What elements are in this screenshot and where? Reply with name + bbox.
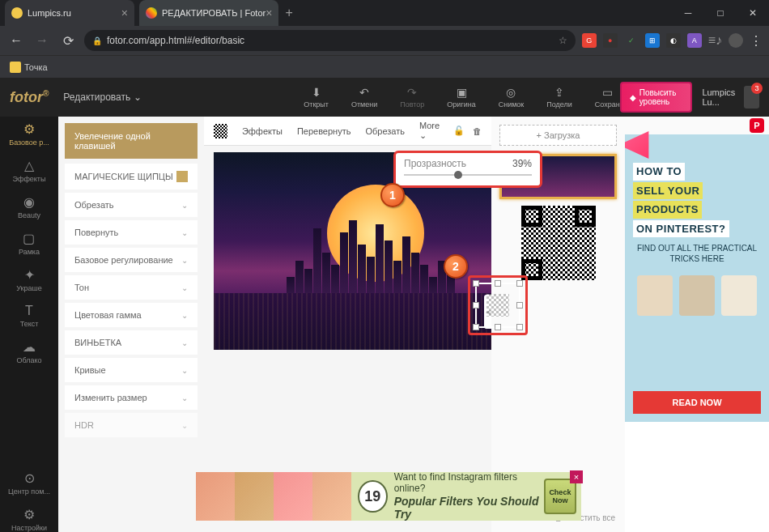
tab-title: РЕДАКТИРОВАТЬ | Fotor xyxy=(162,8,266,18)
tab-title: Lumpics.ru xyxy=(28,8,71,18)
notification-badge: 3 xyxy=(751,83,763,94)
nav-forward[interactable]: → xyxy=(32,33,52,48)
rail-effects[interactable]: △Эффекты xyxy=(13,158,46,183)
panel-item-tone[interactable]: Тон⌄ xyxy=(65,275,198,300)
banner-close-button[interactable]: × xyxy=(570,470,583,483)
ext-icon-6[interactable]: A xyxy=(687,33,702,48)
rail-help[interactable]: ⊙Центр пом... xyxy=(8,470,50,496)
user-label[interactable]: Lumpics Lu... xyxy=(702,87,737,107)
nav-reload[interactable]: ⟳ xyxy=(58,33,78,49)
bookmark-item[interactable]: Точка xyxy=(10,62,48,73)
panel-item-hdr[interactable]: HDR⌄ xyxy=(65,413,198,437)
settings-icon: ⚙ xyxy=(23,507,35,522)
panel-item-rotate[interactable]: Повернуть⌄ xyxy=(65,220,198,245)
help-icon: ⊙ xyxy=(24,470,35,486)
star-icon[interactable]: ☆ xyxy=(559,35,567,46)
pinterest-icon[interactable]: P xyxy=(750,118,764,133)
resize-handle[interactable] xyxy=(495,324,501,330)
user-avatar[interactable]: 3 xyxy=(744,86,759,109)
ad-panel: P HOW TO SELL YOUR PRODUCTS ON PINTEREST… xyxy=(625,117,769,532)
rail-sticker[interactable]: ✦Украше xyxy=(16,267,42,292)
nav-back[interactable]: ← xyxy=(6,33,26,48)
banner-number: 19 xyxy=(358,480,388,513)
qr-thumbnail-icon[interactable] xyxy=(214,124,227,138)
tb-more[interactable]: More ⌄ xyxy=(419,121,445,141)
profile-avatar[interactable] xyxy=(729,33,743,48)
tab-favicon xyxy=(146,7,157,19)
resize-handle[interactable] xyxy=(495,280,501,287)
window-close[interactable]: ✕ xyxy=(737,0,769,26)
ext-icon-3[interactable]: ✓ xyxy=(624,33,639,48)
snapshot-icon: ◎ xyxy=(506,86,516,99)
window-maximize[interactable]: □ xyxy=(704,0,737,26)
resize-handle[interactable] xyxy=(473,280,479,287)
panel-item-resize[interactable]: Изменить размер⌄ xyxy=(65,385,198,410)
opacity-value: 39% xyxy=(512,158,532,169)
ext-icon-2[interactable]: ● xyxy=(603,33,618,48)
resize-handle[interactable] xyxy=(516,324,523,330)
megaphone-icon xyxy=(625,131,659,159)
tb-crop[interactable]: Обрезать xyxy=(365,126,405,136)
beauty-icon: ◉ xyxy=(23,194,35,210)
menu-icon[interactable]: ⋮ xyxy=(750,33,763,49)
ext-icon-4[interactable]: ⊞ xyxy=(645,33,660,48)
ad-cta-button[interactable]: READ NOW xyxy=(633,391,761,414)
playlist-icon[interactable]: ≡♪ xyxy=(708,33,722,48)
tool-original[interactable]: ▣Оригина xyxy=(447,86,475,109)
tb-effects[interactable]: Эффекты xyxy=(242,126,283,136)
opacity-slider[interactable] xyxy=(404,169,532,181)
preview-thumb-qr[interactable] xyxy=(521,206,596,280)
browser-tab-1[interactable]: РЕДАКТИРОВАТЬ | Fotor × xyxy=(139,0,278,26)
mode-dropdown[interactable]: Редактировать⌄ xyxy=(63,92,142,103)
browser-tab-0[interactable]: Lumpics.ru × xyxy=(5,0,134,26)
rail-beauty[interactable]: ◉Beauty xyxy=(18,194,40,219)
open-icon: ⬇ xyxy=(312,86,321,99)
tab-close-icon[interactable]: × xyxy=(121,6,128,19)
original-icon: ▣ xyxy=(457,86,467,99)
resize-handle[interactable] xyxy=(473,302,479,309)
tool-redo[interactable]: ↷Повтор xyxy=(400,86,424,109)
rail-cloud[interactable]: ☁Облако xyxy=(16,339,41,364)
panel-item-color[interactable]: Цветовая гамма⌄ xyxy=(65,303,198,327)
panel-item-vignette[interactable]: ВИНЬЕТКА⌄ xyxy=(65,330,198,355)
rail-frame[interactable]: ▢Рамка xyxy=(19,231,40,256)
opacity-popover: Прозразность 39% xyxy=(393,151,542,188)
rail-settings[interactable]: ⚙Настройки xyxy=(11,507,47,532)
tool-undo[interactable]: ↶Отмени xyxy=(351,86,377,109)
upgrade-button[interactable]: ◆Повысить уровень xyxy=(620,82,693,113)
resize-handle[interactable] xyxy=(516,280,523,287)
tool-open[interactable]: ⬇Открыт xyxy=(304,86,329,109)
tool-snapshot[interactable]: ◎Снимок xyxy=(499,86,525,109)
panel-item-magic[interactable]: МАГИЧЕСКИЕ ЩИПЦЫ xyxy=(65,164,198,189)
chevron-down-icon: ⌄ xyxy=(181,228,188,237)
banner-cta-button[interactable]: Check Now xyxy=(544,479,576,514)
side-panel: Увелечение одной клавишей МАГИЧЕСКИЕ ЩИП… xyxy=(58,117,204,532)
browser-titlebar: Lumpics.ru × РЕДАКТИРОВАТЬ | Fotor × + ─… xyxy=(0,0,769,26)
tool-share[interactable]: ⇪Подели xyxy=(546,86,572,109)
chevron-down-icon: ⌄ xyxy=(181,394,188,402)
tool-save[interactable]: ▭Сохран xyxy=(595,86,620,109)
slider-thumb[interactable] xyxy=(454,171,462,179)
rail-text[interactable]: TТекст xyxy=(20,304,39,328)
delete-icon[interactable]: 🗑 xyxy=(473,126,482,136)
address-bar[interactable]: 🔒 fotor.com/app.html#/editor/basic ☆ xyxy=(84,30,576,51)
resize-handle[interactable] xyxy=(473,324,479,330)
resize-handle[interactable] xyxy=(516,302,523,309)
fotor-logo[interactable]: fotor® xyxy=(10,89,49,106)
tb-flip[interactable]: Перевернуть xyxy=(297,126,351,136)
rail-basic[interactable]: ⚙Базовое р... xyxy=(9,121,49,147)
canvas-toolbar: Эффекты Перевернуть Обрезать More ⌄ 🔓 🗑 xyxy=(204,117,491,146)
tab-close-icon[interactable]: × xyxy=(266,6,272,19)
ext-icon-1[interactable]: G xyxy=(582,33,597,48)
panel-item-crop[interactable]: Обрезать⌄ xyxy=(65,193,198,217)
upload-button[interactable]: + Загрузка xyxy=(499,125,617,146)
qr-overlay-selection[interactable] xyxy=(468,275,528,335)
window-minimize[interactable]: ─ xyxy=(672,0,704,26)
panel-item-basic-adjust[interactable]: Базовое регулирование⌄ xyxy=(65,248,198,272)
panel-header[interactable]: Увелечение одной клавишей xyxy=(65,123,198,159)
panel-item-curves[interactable]: Кривые⌄ xyxy=(65,358,198,382)
save-icon: ▭ xyxy=(602,86,613,99)
new-tab-button[interactable]: + xyxy=(285,6,292,20)
ext-icon-5[interactable]: ◐ xyxy=(666,33,681,48)
lock-icon[interactable]: 🔓 xyxy=(453,126,465,136)
